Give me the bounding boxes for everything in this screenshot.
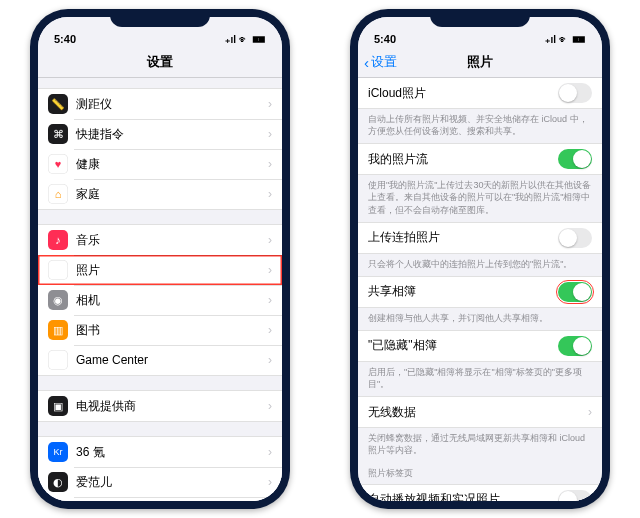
row-label: 爱范儿 — [76, 474, 268, 491]
setting-label: 共享相簿 — [368, 283, 558, 300]
row-health[interactable]: ♥ 健康 › — [38, 149, 282, 179]
desc-hidden: 启用后，"已隐藏"相簿将显示在"相簿"标签页的"更多项目"。 — [358, 362, 602, 396]
chevron-right-icon: › — [268, 293, 272, 307]
row-burst-upload[interactable]: 上传连拍照片 — [358, 223, 602, 253]
app-icon-ifanr: ◐ — [48, 472, 68, 492]
signal-icon: ₊ıl — [545, 34, 556, 45]
battery-icon: 🀰 — [572, 34, 586, 45]
row-measure[interactable]: 📏 测距仪 › — [38, 89, 282, 119]
setting-label: 无线数据 — [368, 404, 588, 421]
desc-shared: 创建相簿与他人共享，并订阅他人共享相簿。 — [358, 308, 602, 330]
block-shared: 共享相簿 — [358, 276, 602, 308]
chevron-right-icon: › — [268, 353, 272, 367]
row-hidden-album[interactable]: "已隐藏"相簿 — [358, 331, 602, 361]
row-ifanr[interactable]: ◐ 爱范儿 › — [38, 467, 282, 497]
row-label: 音乐 — [76, 232, 268, 249]
row-label: 图书 — [76, 322, 268, 339]
home-icon: ⌂ — [48, 184, 68, 204]
chevron-right-icon: › — [268, 445, 272, 459]
block-icloud: iCloud照片 — [358, 78, 602, 109]
status-time: 5:40 — [374, 33, 396, 45]
shortcuts-icon: ⌘ — [48, 124, 68, 144]
desc-cellular: 关闭蜂窝数据，通过无线局域网更新共享相簿和 iCloud 照片等内容。 — [358, 428, 602, 462]
chevron-right-icon: › — [268, 263, 272, 277]
nav-title: 照片 — [467, 53, 493, 71]
row-label: 家庭 — [76, 186, 268, 203]
row-baidu[interactable]: 🐾 百度 › — [38, 497, 282, 501]
notch — [110, 9, 210, 27]
chevron-right-icon: › — [268, 157, 272, 171]
back-button[interactable]: ‹ 设置 — [364, 53, 397, 71]
notch — [430, 9, 530, 27]
setting-label: 上传连拍照片 — [368, 229, 558, 246]
block-autoplay: 自动播放视频和实况照片 — [358, 484, 602, 501]
group-utilities: 📏 测距仪 › ⌘ 快捷指令 › ♥ 健康 › ⌂ 家庭 › — [38, 88, 282, 210]
block-cellular: 无线数据 › — [358, 396, 602, 428]
chevron-right-icon: › — [268, 233, 272, 247]
row-tvprovider[interactable]: ▣ 电视提供商 › — [38, 391, 282, 421]
health-icon: ♥ — [48, 154, 68, 174]
row-36kr[interactable]: Kr 36 氪 › — [38, 437, 282, 467]
nav-title: 设置 — [147, 53, 173, 71]
row-shortcuts[interactable]: ⌘ 快捷指令 › — [38, 119, 282, 149]
row-label: 测距仪 — [76, 96, 268, 113]
section-label-tabs: 照片标签页 — [358, 463, 602, 484]
chevron-right-icon: › — [268, 187, 272, 201]
toggle-my-photo-stream[interactable] — [558, 149, 592, 169]
chevron-right-icon: › — [268, 127, 272, 141]
row-camera[interactable]: ◉ 相机 › — [38, 285, 282, 315]
chevron-right-icon: › — [268, 399, 272, 413]
group-media: ♪ 音乐 › 🏵 照片 › ◉ 相机 › ▥ 图书 › — [38, 224, 282, 376]
status-indicators: ₊ıl ᯤ 🀰 — [545, 34, 586, 45]
setting-label: "已隐藏"相簿 — [368, 337, 558, 354]
row-label: 快捷指令 — [76, 126, 268, 143]
chevron-right-icon: › — [588, 405, 592, 419]
toggle-autoplay[interactable] — [558, 490, 592, 501]
photos-icon: 🏵 — [48, 260, 68, 280]
toggle-burst-upload[interactable] — [558, 228, 592, 248]
row-home[interactable]: ⌂ 家庭 › — [38, 179, 282, 209]
toggle-shared-albums[interactable] — [558, 282, 592, 302]
chevron-right-icon: › — [268, 323, 272, 337]
gamecenter-icon: ✦ — [48, 350, 68, 370]
photos-settings-list[interactable]: iCloud照片 自动上传所有照片和视频、并安全地储存在 iCloud 中，方便… — [358, 78, 602, 501]
row-my-photo-stream[interactable]: 我的照片流 — [358, 144, 602, 174]
group-apps: Kr 36 氪 › ◐ 爱范儿 › 🐾 百度 › — [38, 436, 282, 501]
row-label: Game Center — [76, 353, 268, 367]
row-autoplay[interactable]: 自动播放视频和实况照片 — [358, 485, 602, 501]
setting-label: iCloud照片 — [368, 85, 558, 102]
chevron-right-icon: › — [268, 97, 272, 111]
phone-left: 5:40 ₊ıl ᯤ 🀰 设置 📏 测距仪 › ⌘ 快捷指令 › — [30, 9, 290, 509]
row-music[interactable]: ♪ 音乐 › — [38, 225, 282, 255]
row-icloud-photos[interactable]: iCloud照片 — [358, 78, 602, 108]
nav-bar: ‹ 设置 照片 — [358, 47, 602, 78]
music-icon: ♪ — [48, 230, 68, 250]
row-label: 健康 — [76, 156, 268, 173]
block-burst: 上传连拍照片 — [358, 222, 602, 254]
block-mystream: 我的照片流 — [358, 143, 602, 175]
settings-list[interactable]: 📏 测距仪 › ⌘ 快捷指令 › ♥ 健康 › ⌂ 家庭 › — [38, 78, 282, 501]
status-time: 5:40 — [54, 33, 76, 45]
books-icon: ▥ — [48, 320, 68, 340]
toggle-hidden-album[interactable] — [558, 336, 592, 356]
block-hidden: "已隐藏"相簿 — [358, 330, 602, 362]
row-cellular-data[interactable]: 无线数据 › — [358, 397, 602, 427]
desc-mystream: 使用"我的照片流"上传过去30天的新照片以供在其他设备上查看。来自其他设备的照片… — [358, 175, 602, 221]
row-shared-albums[interactable]: 共享相簿 — [358, 277, 602, 307]
row-books[interactable]: ▥ 图书 › — [38, 315, 282, 345]
tv-icon: ▣ — [48, 396, 68, 416]
app-icon-36kr: Kr — [48, 442, 68, 462]
row-gamecenter[interactable]: ✦ Game Center › — [38, 345, 282, 375]
wifi-icon: ᯤ — [239, 34, 249, 45]
row-photos[interactable]: 🏵 照片 › — [38, 255, 282, 285]
battery-icon: 🀰 — [252, 34, 266, 45]
screen-photos-settings: 5:40 ₊ıl ᯤ 🀰 ‹ 设置 照片 iCloud照片 自动上传所有照片和视… — [358, 17, 602, 501]
row-label: 相机 — [76, 292, 268, 309]
screen-settings: 5:40 ₊ıl ᯤ 🀰 设置 📏 测距仪 › ⌘ 快捷指令 › — [38, 17, 282, 501]
chevron-right-icon: › — [268, 475, 272, 489]
chevron-left-icon: ‹ — [364, 54, 369, 71]
camera-icon: ◉ — [48, 290, 68, 310]
setting-label: 自动播放视频和实况照片 — [368, 491, 558, 501]
measure-icon: 📏 — [48, 94, 68, 114]
toggle-icloud-photos[interactable] — [558, 83, 592, 103]
